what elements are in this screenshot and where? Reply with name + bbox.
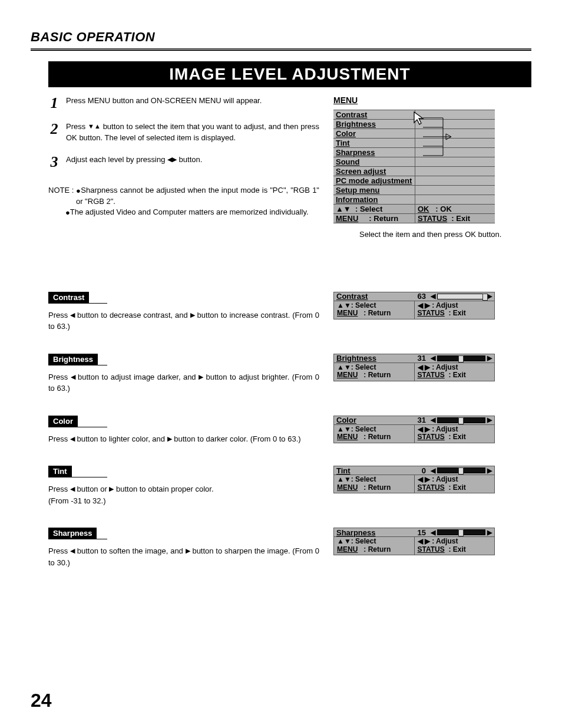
left-icon: ◀ [431, 355, 435, 361]
osd-menu-row: Sharpness [333, 147, 495, 157]
osd-menu-item: Sound [336, 157, 359, 166]
label: STATUS [418, 309, 445, 317]
osd-adjust-name: Tint [336, 466, 351, 475]
label: OK [418, 205, 429, 213]
label: : Return [358, 483, 391, 492]
osd-menu-item: Brightness [336, 120, 376, 129]
right-icon: ▶ [487, 355, 492, 361]
label: ◀ ▶ : Adjust [418, 426, 492, 434]
text: Press [48, 546, 70, 555]
slider-knob [458, 467, 464, 475]
text: Press [48, 311, 70, 319]
label: : Exit [445, 483, 466, 492]
osd-adjust-panel: Brightness31◀▶▲▼: SelectMENU : Return◀ ▶… [333, 354, 495, 381]
bullet-icon: ● [76, 186, 81, 195]
left-right-icon: ◀▶ [167, 156, 177, 163]
label: MENU [337, 371, 358, 379]
right-icon: ▶ [186, 548, 190, 554]
text: button. [177, 155, 202, 164]
label: MENU [337, 433, 358, 441]
osd-menu-row: Sound [333, 157, 495, 166]
step-number: 2 [48, 121, 60, 144]
slider-fill [438, 294, 485, 299]
slider-track [437, 294, 485, 299]
page-banner: IMAGE LEVEL ADJUSTMENT [48, 61, 531, 87]
page-number: 24 [31, 690, 52, 711]
label: ▲▼: Select [337, 302, 411, 310]
osd-menu-item: PC mode adjustment [336, 176, 412, 185]
label: : Select [355, 205, 382, 213]
text: button to darker color. (From 0 to 63.) [172, 434, 301, 443]
label: STATUS [418, 371, 445, 379]
label: ◀ ▶ : Adjust [418, 302, 492, 310]
slider-knob [482, 294, 488, 301]
label: STATUS [418, 483, 445, 492]
label: MENU [337, 545, 358, 554]
text: button or [75, 485, 110, 493]
label: ▲▼: Select [337, 476, 411, 484]
slider-track [437, 467, 485, 473]
osd-adjust-value: 0 [408, 466, 428, 475]
slider-track [437, 417, 485, 423]
left-icon: ◀ [70, 486, 75, 492]
adjustment-label: Brightness [48, 354, 98, 365]
label: : Exit [445, 309, 466, 317]
adjustment-color: ColorPress ◀ button to lighter color, an… [48, 416, 531, 445]
osd-adjust-name: Sharpness [336, 528, 375, 537]
step-number: 1 [48, 95, 60, 111]
text: Press [66, 122, 88, 131]
osd-adjust-value: 63 [408, 292, 428, 301]
left-icon: ◀ [70, 436, 75, 442]
left-icon: ◀ [431, 293, 435, 299]
step-1: 1 Press MENU button and ON-SCREEN MENU w… [48, 95, 319, 111]
note-text: Sharpness cannot be adjusted when the in… [76, 186, 319, 206]
adjustment-tint: TintPress ◀ button or ▶ button to obtain… [48, 466, 531, 506]
right-icon: ▶ [167, 436, 172, 442]
note-block: NOTE : ●Sharpness cannot be adjusted whe… [48, 185, 319, 219]
label: STATUS [418, 214, 447, 223]
label: STATUS [418, 545, 445, 554]
note-label: NOTE : [48, 185, 76, 207]
label: MENU [337, 309, 358, 317]
right-icon: ▶ [487, 467, 492, 474]
adjustment-description: Press ◀ button to lighter color, and ▶ b… [48, 433, 319, 445]
osd-adjust-value: 31 [408, 354, 428, 363]
osd-menu: ContrastBrightnessColorTintSharpnessSoun… [333, 110, 495, 223]
osd-footer-row: ▲▼ : SelectOK : OK [333, 204, 495, 213]
osd-menu-row: Screen adjust [333, 166, 495, 176]
bullet-icon: ● [65, 208, 70, 217]
osd-menu-row: Information [333, 195, 495, 204]
adjustment-label: Sharpness [48, 528, 97, 539]
adjustment-brightness: BrightnessPress ◀ button to adjust image… [48, 354, 531, 394]
right-icon: ▶ [487, 529, 492, 536]
label: : Return [358, 371, 391, 379]
down-up-icon: ▼▲ [88, 123, 101, 130]
label: : Return [358, 545, 391, 554]
label: ◀ ▶ : Adjust [418, 476, 492, 484]
osd-footer-row: MENU : ReturnSTATUS : Exit [333, 213, 495, 223]
label: : Exit [445, 545, 466, 554]
text: button to select the item that you want … [66, 122, 319, 142]
text: button to soften the image, and [75, 546, 186, 555]
updown-icon: ▲▼ [336, 205, 351, 213]
adjustment-sharpness: SharpnessPress ◀ button to soften the im… [48, 528, 531, 568]
label: : Exit [451, 214, 470, 223]
text: button to lighter color, and [75, 434, 167, 443]
label: : Exit [445, 433, 466, 441]
osd-adjust-panel: Contrast63◀▶▲▼: SelectMENU : Return◀ ▶ :… [333, 292, 495, 319]
osd-menu-row: Brightness [333, 119, 495, 129]
label: : Return [358, 433, 391, 441]
adjustment-description: Press ◀ button to decrease contrast, and… [48, 309, 319, 332]
right-icon: ▶ [190, 312, 195, 318]
osd-adjust-value: 15 [408, 528, 428, 537]
note-text: The adjusted Video and Computer matters … [70, 207, 309, 216]
osd-adjust-panel: Tint0◀▶▲▼: SelectMENU : Return◀ ▶ : Adju… [333, 466, 495, 493]
left-icon: ◀ [431, 467, 435, 474]
osd-menu-row: Tint [333, 138, 495, 147]
osd-menu-item: Screen adjust [336, 167, 386, 176]
osd-adjust-name: Brightness [336, 354, 376, 363]
osd-menu-row: Color [333, 129, 495, 138]
left-icon: ◀ [70, 548, 75, 554]
step-text: Press ▼▲ button to select the item that … [66, 121, 319, 144]
label: STATUS [418, 433, 445, 441]
